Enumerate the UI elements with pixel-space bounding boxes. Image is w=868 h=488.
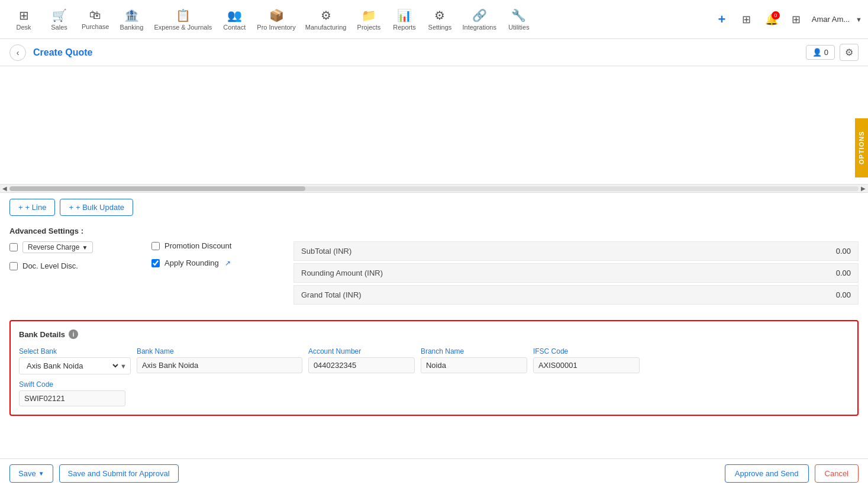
branch-name-label: Branch Name [421, 347, 527, 356]
contact-icon: 👥 [227, 8, 242, 22]
promotion-discount-item: Promotion Discount [151, 241, 270, 250]
advanced-settings: Advanced Settings : Reverse Charge ▼ Doc… [0, 222, 868, 315]
hscroll-left-arrow[interactable]: ◀ [2, 185, 7, 192]
nav-projects[interactable]: 📁 Projects [351, 0, 386, 39]
swift-code-label: Swift Code [19, 380, 849, 389]
subtotal-row: SubTotal (INR) 0.00 [293, 241, 859, 261]
integrations-icon: 🔗 [472, 8, 487, 22]
subtotal-label: SubTotal (INR) [301, 247, 351, 256]
save-submit-button[interactable]: Save and Submit for Approval [59, 464, 179, 483]
account-number-label: Account Number [308, 347, 415, 356]
branch-name-input[interactable] [421, 357, 527, 373]
notifications-button[interactable]: 🔔 0 [762, 10, 781, 29]
select-bank-dropdown[interactable]: Axis Bank Noida [20, 358, 120, 374]
doc-level-disc-item: Doc. Level Disc. [9, 261, 128, 270]
pro-inventory-icon: 📦 [269, 8, 284, 22]
manufacturing-icon: ⚙ [321, 8, 331, 22]
table-scroll-area [0, 66, 868, 185]
doc-level-disc-checkbox[interactable] [9, 262, 18, 270]
save-button[interactable]: Save ▼ [9, 464, 53, 483]
select-bank-label: Select Bank [19, 347, 131, 356]
nav-reports[interactable]: 📊 Reports [386, 0, 422, 39]
select-bank-wrap[interactable]: Axis Bank Noida ▼ [19, 357, 131, 374]
hscroll-right-arrow[interactable]: ▶ [861, 185, 866, 192]
page-title: Create Quote [33, 47, 92, 58]
bank-name-field: Bank Name [137, 347, 302, 374]
bank-name-input[interactable] [137, 357, 302, 373]
nav-manufacturing[interactable]: ⚙ Manufacturing [301, 0, 351, 39]
line-toolbar: + + Line + + Bulk Update [0, 193, 868, 222]
add-line-button[interactable]: + + Line [9, 199, 55, 216]
user-menu[interactable]: Amar Am... [812, 15, 850, 24]
add-line-icon: + [18, 203, 23, 212]
advanced-settings-title: Advanced Settings : [9, 227, 859, 235]
back-button[interactable]: ‹ [9, 44, 26, 61]
assign-count: 0 [824, 48, 828, 57]
bank-details-title: Bank Details [19, 330, 65, 339]
cancel-button[interactable]: Cancel [815, 464, 859, 483]
purchase-icon: 🛍 [89, 8, 101, 22]
nav-pro-inventory[interactable]: 📦 Pro Inventory [252, 0, 300, 39]
page-settings-button[interactable]: ⚙ [840, 44, 859, 61]
swift-code-field: Swift Code [19, 380, 849, 406]
apps-button[interactable]: ⊞ [787, 10, 806, 29]
swift-code-input[interactable] [19, 390, 125, 406]
select-bank-chevron-icon: ▼ [120, 363, 130, 370]
account-number-input[interactable] [308, 357, 415, 373]
approve-send-button[interactable]: Approve and Send [725, 464, 809, 483]
bank-details-info-icon[interactable]: i [69, 329, 78, 339]
save-chevron-icon: ▼ [38, 470, 44, 477]
options-tab[interactable]: OPTIONS [855, 118, 868, 177]
assign-button[interactable]: 👤 0 [806, 45, 835, 60]
rounding-row: Rounding Amount (INR) 0.00 [293, 263, 859, 283]
desk-icon: ⊞ [19, 8, 29, 22]
totals-section: SubTotal (INR) 0.00 Rounding Amount (INR… [293, 241, 859, 306]
projects-icon: 📁 [362, 8, 376, 22]
nav-sales[interactable]: 🛒 Sales [41, 0, 77, 39]
bulk-update-button[interactable]: + + Bulk Update [60, 199, 133, 216]
rounding-label: Rounding Amount (INR) [301, 269, 383, 277]
nav-desk[interactable]: ⊞ Desk [6, 0, 41, 39]
ifsc-code-input[interactable] [533, 357, 640, 373]
bank-details-header: Bank Details i [19, 329, 849, 339]
nav-settings[interactable]: ⚙ Settings [422, 0, 457, 39]
promotion-discount-checkbox[interactable] [151, 242, 160, 250]
chevron-left-icon: ‹ [17, 48, 20, 57]
nav-utilities[interactable]: 🔧 Utilities [501, 0, 537, 39]
nav-integrations[interactable]: 🔗 Integrations [457, 0, 501, 39]
nav-expense[interactable]: 📋 Expense & Journals [149, 0, 217, 39]
branch-name-field: Branch Name [421, 347, 527, 374]
doc-level-disc-label[interactable]: Doc. Level Disc. [22, 261, 78, 270]
main-content: ◀ ▶ + + Line + + Bulk Update Advanced Se… [0, 66, 868, 458]
grand-total-label: Grand Total (INR) [301, 290, 362, 299]
promotion-discount-label[interactable]: Promotion Discount [164, 241, 231, 250]
select-bank-field: Select Bank Axis Bank Noida ▼ [19, 347, 131, 374]
ifsc-code-field: IFSC Code [533, 347, 640, 374]
apply-rounding-checkbox[interactable] [151, 259, 160, 267]
apps-icon: ⊞ [792, 13, 801, 26]
apply-rounding-link-icon[interactable]: ↗ [225, 259, 231, 267]
reverse-charge-chevron-icon: ▼ [82, 244, 88, 251]
apply-rounding-label[interactable]: Apply Rounding [164, 258, 219, 267]
nav-contact[interactable]: 👥 Contact [217, 0, 252, 39]
banking-icon: 🏦 [124, 8, 139, 22]
expense-icon: 📋 [176, 8, 191, 22]
add-button[interactable]: + [712, 10, 731, 29]
nav-banking[interactable]: 🏦 Banking [114, 0, 149, 39]
bank-details-section: Bank Details i Select Bank Axis Bank Noi… [9, 320, 859, 416]
ifsc-code-label: IFSC Code [533, 347, 640, 356]
reverse-charge-checkbox[interactable] [9, 243, 18, 251]
rounding-value: 0.00 [836, 269, 851, 277]
bank-name-label: Bank Name [137, 347, 302, 356]
user-chevron-icon[interactable]: ▼ [856, 16, 862, 23]
nav-purchase[interactable]: 🛍 Purchase [77, 0, 114, 39]
hscroll-thumb[interactable] [9, 186, 305, 191]
bulk-update-icon: + [69, 203, 73, 212]
top-navigation: ⊞ Desk 🛒 Sales 🛍 Purchase 🏦 Banking 📋 Ex… [0, 0, 868, 39]
grid-view-button[interactable]: ⊞ [737, 10, 756, 29]
reverse-charge-select[interactable]: Reverse Charge ▼ [22, 241, 93, 253]
apply-rounding-item: Apply Rounding ↗ [151, 258, 270, 267]
plus-icon: + [718, 12, 725, 27]
gear-icon: ⚙ [845, 47, 853, 57]
notifications-badge: 0 [772, 11, 780, 20]
